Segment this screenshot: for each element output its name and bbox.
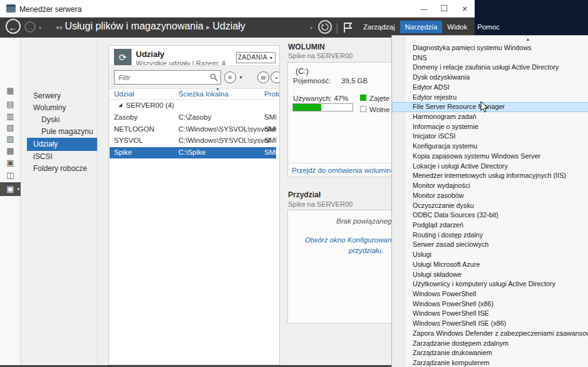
- tools-menu-item-6[interactable]: File Server Resource Manager: [392, 102, 588, 112]
- shares-table: ◢SERVER00 (4)ZasobyC:\ZasobySMBNETLOGONC…: [110, 100, 276, 158]
- sidebar-item-woluminy[interactable]: Woluminy: [21, 101, 97, 115]
- tools-menu-item-29[interactable]: Zapora Windows Defender z zabezpieczenia…: [392, 329, 588, 339]
- tools-menu-item-8[interactable]: Informacje o systemie: [392, 122, 588, 132]
- close-button[interactable]: ✕: [456, 3, 473, 15]
- tools-menu-item-16[interactable]: Oczyszczanie dysku: [392, 201, 588, 211]
- tools-menu-item-14[interactable]: Monitor wydajności: [392, 181, 588, 191]
- column-header-protocol[interactable]: Protokół: [264, 90, 280, 98]
- tools-menu-item-22[interactable]: Usługi Microsoft Azure: [392, 260, 588, 270]
- sidebar-item-dyski[interactable]: Dyski: [21, 113, 97, 127]
- list-view-icon[interactable]: ≡: [224, 71, 236, 83]
- column-header-share[interactable]: Udział: [114, 90, 134, 98]
- menubar-item-widok[interactable]: Widok: [442, 21, 472, 33]
- sidebar-item-label: Serwery: [21, 90, 97, 103]
- tools-menu-item-9[interactable]: Inicjator iSCSI: [392, 132, 588, 142]
- dhcp-icon[interactable]: ▨: [0, 133, 21, 145]
- breadcrumb-current[interactable]: Udziały: [212, 21, 245, 31]
- tools-menu-item-10[interactable]: Konfiguracja systemu: [392, 142, 588, 152]
- tools-menu-item-15[interactable]: Monitor zasobów: [392, 191, 588, 201]
- tools-menu-item-25[interactable]: Windows PowerShell: [392, 289, 588, 299]
- all-servers-icon[interactable]: ▥: [0, 110, 21, 122]
- tools-menu-item-19[interactable]: Routing i dostęp zdalny: [392, 230, 588, 240]
- tools-menu-item-28[interactable]: Windows PowerShell ISE (x86): [392, 319, 588, 329]
- notifications-flag-icon[interactable]: [343, 22, 353, 36]
- events-icon[interactable]: ▣: [0, 157, 21, 168]
- sidebar-item-serwery[interactable]: Serwery: [21, 90, 97, 103]
- group-collapse-icon[interactable]: ◢: [118, 102, 122, 108]
- breadcrumb: ◂◂ Usługi plików i magazynowania ▸ Udzia…: [55, 21, 245, 32]
- back-button[interactable]: ←: [6, 19, 21, 34]
- tools-menu-item-17[interactable]: ODBC Data Sources (32-bit): [392, 210, 588, 220]
- performance-icon[interactable]: ◫: [0, 169, 21, 181]
- tools-menu-item-32[interactable]: Zarządzanie komputerem: [392, 358, 588, 367]
- menubar-item-zarządzaj[interactable]: Zarządzaj: [358, 21, 400, 33]
- forward-button: →: [24, 21, 36, 33]
- legend-free-swatch: [360, 106, 366, 112]
- shares-group-row[interactable]: ◢SERVER00 (4): [110, 100, 276, 112]
- tools-menu-item-4[interactable]: Edytor ADSI: [392, 83, 588, 93]
- sidebar-item-udziały[interactable]: Udziały: [27, 138, 97, 151]
- tools-menu-item-7[interactable]: Harmonogram zadań: [392, 112, 588, 122]
- table-row-sysvol[interactable]: SYSVOLC:\Windows\SYSVOL\sysvolSMB: [110, 135, 276, 147]
- local-path-cell: C:\Spike: [178, 148, 205, 156]
- refresh-dropdown-icon[interactable]: ▾: [310, 25, 312, 31]
- sidebar-item-foldery-robocze[interactable]: Foldery robocze: [21, 162, 97, 175]
- dns-icon[interactable]: ▩: [0, 145, 21, 157]
- configure-quota-link-line2[interactable]: przydziału.: [349, 247, 383, 254]
- breadcrumb-collapse-icon[interactable]: ◂◂: [55, 23, 62, 31]
- minimize-button[interactable]: —: [415, 3, 433, 15]
- shares-panel-icon: ⟳: [114, 49, 132, 66]
- local-path-cell: C:\Zasoby: [178, 113, 211, 121]
- tools-menu-item-30[interactable]: Zarządzanie dostępem zdalnym: [392, 339, 588, 349]
- share-name-cell: SYSVOL: [114, 137, 143, 144]
- table-row-spike[interactable]: SpikeC:\SpikeSMB: [110, 147, 276, 159]
- tools-menu-item-20[interactable]: Serwer zasad sieciowych: [392, 240, 588, 250]
- menu-scroll-up-icon[interactable]: ▲: [392, 36, 588, 43]
- tools-menu-item-31[interactable]: Zarządzanie drukowaniem: [392, 348, 588, 358]
- tools-menu-item-18[interactable]: Podgląd zdarzeń: [392, 220, 588, 230]
- tools-menu-item-0[interactable]: Diagnostyka pamięci systemu Windows: [392, 43, 588, 53]
- maximize-button[interactable]: ☐: [435, 3, 453, 15]
- tools-menu-item-13[interactable]: Menedżer internetowych usług informacyjn…: [392, 171, 588, 181]
- ad-ds-icon[interactable]: ▧: [0, 121, 21, 133]
- table-row-zasoby[interactable]: ZasobyC:\ZasobySMB: [110, 112, 276, 124]
- menubar-item-pomoc[interactable]: Pomoc: [472, 21, 505, 33]
- tools-menu-item-21[interactable]: Usługi: [392, 250, 588, 260]
- sidebar-item-pule-magazynu[interactable]: Pule magazynu: [21, 125, 97, 138]
- dashboard-icon[interactable]: ▦: [0, 85, 21, 96]
- expand-filter-icon[interactable]: ⌄: [271, 71, 280, 83]
- history-dropdown-icon[interactable]: ▾: [39, 25, 41, 31]
- tools-menu-item-23[interactable]: Usługi składowe: [392, 270, 588, 280]
- file-storage-services-icon[interactable]: ▣▸: [0, 182, 21, 196]
- table-row-netlogon[interactable]: NETLOGONC:\Windows\SYSVOL\sysvol\elektr.…: [110, 124, 276, 136]
- tools-menu-item-3[interactable]: Dysk odzyskiwania: [392, 73, 588, 83]
- quota-subheading: Spike na SERVER00: [288, 200, 353, 208]
- column-header-local-path[interactable]: Ścieżka lokalna: [178, 90, 229, 98]
- save-query-icon[interactable]: ▤: [257, 71, 269, 83]
- capacity-label: Pojemność:: [293, 77, 331, 85]
- tasks-button[interactable]: ZADANIA ▼: [236, 52, 276, 63]
- tools-menu-item-12[interactable]: Lokacje i usługi Active Directory: [392, 162, 588, 172]
- share-name-cell: NETLOGON: [114, 125, 155, 133]
- refresh-icon[interactable]: [318, 20, 332, 34]
- shares-panel: ⟳ Udziały Wszystkie udziały | Razem: 4 Z…: [108, 45, 280, 365]
- menubar-item-narzędzia[interactable]: Narzędzia: [400, 21, 443, 33]
- protocol-cell: SMB: [264, 125, 276, 133]
- breadcrumb-separator-icon: ▸: [206, 23, 210, 31]
- tools-menu-item-2[interactable]: Domeny i relacje zaufania usługi Active …: [392, 63, 588, 73]
- sidebar-item-label: Udziały: [27, 138, 97, 151]
- tools-menu-item-5[interactable]: Edytor rejestru: [392, 93, 588, 103]
- view-dropdown-icon[interactable]: ▼: [239, 75, 243, 80]
- tools-menu-item-27[interactable]: Windows PowerShell ISE: [392, 309, 588, 319]
- breadcrumb-root[interactable]: Usługi plików i magazynowania: [65, 21, 204, 31]
- tools-menu-item-1[interactable]: DNS: [392, 53, 588, 63]
- volumes-overview-link[interactable]: Przejdź do omówienia woluminów >: [292, 167, 406, 174]
- local-server-icon[interactable]: ▤: [0, 98, 21, 110]
- filter-input[interactable]: [115, 71, 202, 84]
- tools-menu-item-26[interactable]: Windows PowerShell (x86): [392, 299, 588, 309]
- sidebar-item-iscsi[interactable]: iSCSI: [21, 150, 97, 163]
- volume-heading: WOLUMIN: [288, 43, 325, 51]
- search-icon[interactable]: [210, 73, 218, 81]
- tools-menu-item-24[interactable]: Użytkownicy i komputery usługi Active Di…: [392, 279, 588, 289]
- tools-menu-item-11[interactable]: Kopia zapasowa systemu Windows Server: [392, 152, 588, 162]
